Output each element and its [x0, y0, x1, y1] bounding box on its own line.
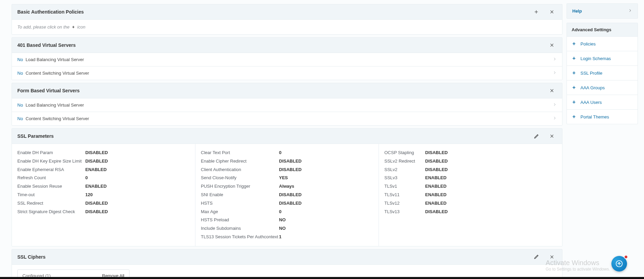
param-value: 1 [279, 234, 281, 241]
param-value: 0 [85, 174, 88, 182]
param-value: YES [279, 174, 288, 182]
ssl-param-row: TLSv1ENABLED [384, 182, 557, 191]
chat-fab-button[interactable] [611, 256, 627, 272]
plus-icon: + [572, 55, 576, 61]
param-value: DISABLED [279, 166, 301, 173]
ssl-param-row: Clear Text Port0 [201, 149, 373, 157]
close-icon [550, 43, 554, 48]
param-value: Always [279, 183, 294, 190]
adv-setting-portal-themes[interactable]: +Portal Themes [567, 109, 638, 124]
no-badge: No [17, 57, 23, 62]
param-value: DISABLED [425, 149, 448, 156]
ssl-param-row: SSLv2DISABLED [384, 166, 557, 174]
close-icon [550, 255, 554, 259]
param-label: Enable DH Param [17, 149, 85, 156]
param-value: 0 [279, 208, 281, 216]
param-value: ENABLED [425, 174, 447, 182]
basic-auth-policies-panel: Basic Authentication Policies To add, pl… [12, 4, 562, 35]
content-switching-vs-row[interactable]: No Content Switching Virtual Server [12, 112, 562, 125]
plus-icon: + [572, 41, 576, 47]
add-hint: To add, please click on the + icon [12, 19, 562, 34]
chevron-right-icon [553, 71, 557, 76]
edit-button[interactable] [532, 252, 541, 262]
param-label: Include Subdomains [201, 225, 279, 232]
param-label: Max Age [201, 208, 279, 216]
content-switching-vs-row[interactable]: No Content Switching Virtual Server [12, 66, 562, 80]
param-label: SNI Enable [201, 191, 279, 199]
param-value: DISABLED [279, 158, 301, 165]
param-value: NO [279, 225, 286, 232]
ssl-param-row: Max Age0 [201, 208, 373, 216]
param-label: Enable Session Reuse [17, 183, 85, 190]
adv-item-label: AAA Groups [580, 85, 605, 90]
param-value: ENABLED [85, 166, 107, 173]
ssl-param-row: Include SubdomainsNO [201, 224, 373, 233]
plus-icon: + [71, 24, 76, 30]
param-label: SSL Redirect [17, 200, 85, 207]
ssl-param-row: SSL RedirectDISABLED [17, 199, 190, 208]
panel-title: SSL Ciphers [17, 254, 46, 260]
param-label: Client Authentication [201, 166, 279, 173]
ssl-param-row: Enable DH Key Expire Size LimitDISABLED [17, 157, 190, 166]
param-value: ENABLED [85, 183, 107, 190]
ssl-param-row: TLSv12ENABLED [384, 199, 557, 208]
param-value: 120 [85, 191, 93, 199]
adv-setting-policies[interactable]: +Policies [567, 36, 638, 51]
adv-setting-aaa-groups[interactable]: +AAA Groups [567, 80, 638, 95]
pencil-icon [534, 254, 539, 259]
param-label: TLSv1 [384, 183, 425, 190]
param-value: ENABLED [425, 183, 447, 190]
adv-setting-aaa-users[interactable]: +AAA Users [567, 95, 638, 109]
param-label: Strict Signature Digest Check [17, 208, 85, 216]
form-based-virtual-servers-panel: Form Based Virtual Servers No Load Balan… [12, 83, 562, 126]
param-label: OCSP Stapling [384, 149, 425, 156]
load-balancing-vs-row[interactable]: No Load Balancing Virtual Server [12, 53, 562, 66]
param-value: DISABLED [85, 200, 108, 207]
ssl-param-row: TLSv11ENABLED [384, 191, 557, 199]
param-label: Send Close-Notify [201, 174, 279, 182]
panel-title: SSL Parameters [17, 133, 54, 139]
param-label: Time-out [17, 191, 85, 199]
param-value: NO [279, 217, 286, 224]
adv-setting-login-schemas[interactable]: +Login Schemas [567, 51, 638, 66]
close-button[interactable] [547, 131, 557, 141]
param-value: DISABLED [425, 166, 448, 173]
adv-setting-ssl-profile[interactable]: +SSL Profile [567, 66, 638, 80]
plus-icon: + [572, 114, 576, 120]
hint-suffix: icon [77, 24, 85, 30]
load-balancing-vs-row[interactable]: No Load Balancing Virtual Server [12, 98, 562, 112]
param-label: Enable Cipher Redirect [201, 158, 279, 165]
param-value: DISABLED [279, 200, 301, 207]
edit-button[interactable] [532, 131, 541, 141]
ssl-param-row: Send Close-NotifyYES [201, 174, 373, 182]
ssl-param-row: Client AuthenticationDISABLED [201, 166, 373, 174]
param-label: Clear Text Port [201, 149, 279, 156]
close-button[interactable] [547, 7, 557, 17]
close-icon [550, 88, 554, 93]
paper-plane-icon [615, 260, 623, 267]
param-label: TLSv13 [384, 208, 425, 216]
param-label: PUSH Encryption Trigger [201, 183, 279, 190]
help-panel[interactable]: Help [567, 3, 638, 19]
ssl-ciphers-panel: SSL Ciphers Configured (1) Remove All [12, 249, 562, 279]
ssl-param-row: HSTSDISABLED [201, 199, 373, 208]
close-button[interactable] [547, 40, 557, 50]
no-badge: No [17, 71, 23, 76]
401-based-virtual-servers-panel: 401 Based Virtual Servers No Load Balanc… [12, 37, 562, 80]
close-button[interactable] [547, 86, 557, 95]
ssl-param-row: TLS13 Session Tickets Per Authcontext1 [201, 233, 373, 241]
add-button[interactable] [532, 7, 541, 17]
ssl-param-row: Time-out120 [17, 191, 190, 199]
param-value: ENABLED [425, 191, 447, 199]
chevron-right-icon [553, 57, 557, 62]
param-label: SSLv2 Redirect [384, 158, 425, 165]
adv-item-label: AAA Users [580, 100, 602, 105]
ssl-param-row: PUSH Encryption TriggerAlways [201, 182, 373, 191]
param-value: 0 [279, 149, 281, 156]
row-label: Content Switching Virtual Server [25, 71, 89, 76]
plus-icon: + [572, 99, 576, 105]
param-label: SSLv2 [384, 166, 425, 173]
param-label: Enable DH Key Expire Size Limit [17, 158, 85, 165]
param-value: DISABLED [425, 158, 448, 165]
close-button[interactable] [547, 252, 557, 262]
